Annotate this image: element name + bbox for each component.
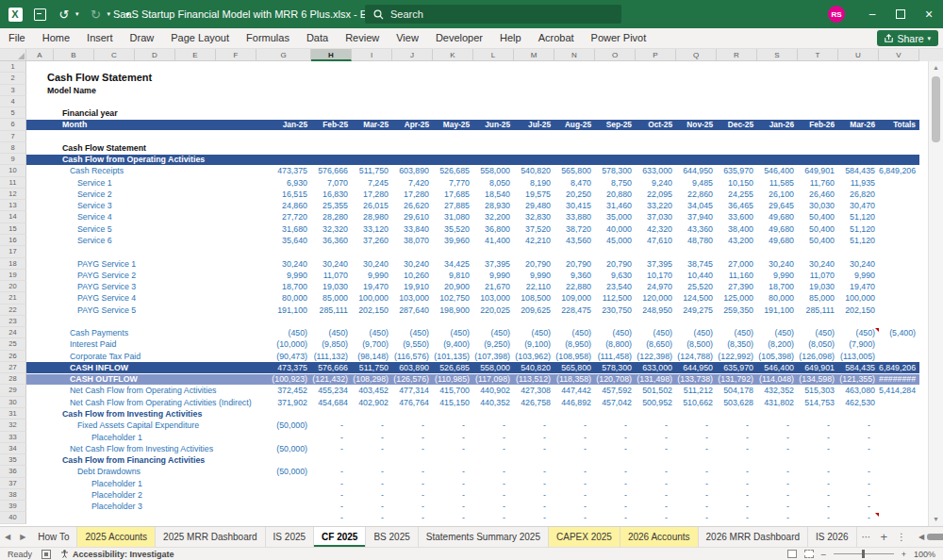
cell[interactable]: 446,892: [554, 397, 595, 408]
cell[interactable]: 16,515: [256, 189, 311, 200]
cell[interactable]: -: [352, 420, 392, 431]
cell[interactable]: -: [554, 466, 595, 477]
zoom-in-icon[interactable]: +: [902, 550, 906, 559]
cell[interactable]: (131,792): [717, 373, 757, 385]
cell[interactable]: 29,610: [392, 211, 433, 222]
tab-splitter-icon[interactable]: ⋮: [892, 527, 911, 547]
column-header-R[interactable]: R: [717, 49, 757, 61]
cell[interactable]: -: [838, 432, 879, 443]
cell[interactable]: [879, 512, 919, 523]
macro-record-icon[interactable]: [41, 550, 51, 559]
cell[interactable]: (122,398): [636, 351, 676, 362]
row-header[interactable]: 24: [0, 327, 26, 338]
cell[interactable]: Nov-25: [676, 119, 717, 130]
row-header[interactable]: 18: [0, 258, 26, 270]
cell[interactable]: (450): [514, 327, 554, 338]
cell[interactable]: [879, 443, 919, 454]
cell[interactable]: [256, 432, 311, 443]
cell[interactable]: (120,708): [595, 373, 636, 385]
cell[interactable]: -: [352, 489, 392, 501]
row-header[interactable]: 38: [0, 489, 26, 501]
cell[interactable]: 9,485: [676, 177, 717, 189]
cell[interactable]: -: [757, 478, 798, 489]
cell[interactable]: 30,470: [838, 200, 879, 211]
cell[interactable]: 35,520: [433, 223, 473, 235]
cell[interactable]: May-25: [433, 119, 473, 130]
cell[interactable]: -: [311, 478, 352, 489]
cell[interactable]: -: [433, 443, 473, 454]
cell[interactable]: 19,575: [514, 189, 554, 200]
row-header[interactable]: 17: [0, 246, 26, 257]
cell[interactable]: (450): [636, 327, 676, 338]
cell[interactable]: 431,802: [757, 397, 798, 408]
cell[interactable]: 31,460: [595, 200, 636, 211]
cell[interactable]: 24,970: [636, 281, 676, 292]
cell[interactable]: 26,820: [838, 189, 879, 200]
cell[interactable]: Sep-25: [595, 119, 636, 130]
cell[interactable]: 30,240: [392, 258, 433, 270]
save-icon[interactable]: [32, 7, 47, 22]
cell[interactable]: 21,670: [473, 281, 514, 292]
cell[interactable]: 476,764: [392, 397, 433, 408]
cell[interactable]: 19,030: [798, 281, 838, 292]
cell[interactable]: 103,000: [473, 292, 514, 304]
cell[interactable]: (50,000): [256, 443, 311, 454]
cell[interactable]: 500,952: [636, 397, 676, 408]
cell[interactable]: 19,470: [838, 281, 879, 292]
cell[interactable]: 49,680: [757, 211, 798, 222]
cell[interactable]: 43,200: [717, 235, 757, 246]
cell[interactable]: 100,000: [838, 292, 879, 304]
cell[interactable]: -: [838, 501, 879, 512]
page-break-view-icon[interactable]: [804, 550, 814, 558]
redo-icon[interactable]: ↻: [89, 7, 104, 22]
cell[interactable]: Aug-25: [554, 119, 595, 130]
cell[interactable]: (450): [311, 327, 352, 338]
cell[interactable]: 39,960: [433, 235, 473, 246]
row-header[interactable]: 8: [0, 142, 26, 154]
cell[interactable]: 30,030: [798, 200, 838, 211]
cell[interactable]: 457,592: [595, 385, 636, 396]
cell[interactable]: 8,750: [595, 177, 636, 189]
cell[interactable]: 8,050: [473, 177, 514, 189]
cell[interactable]: 644,950: [676, 362, 717, 373]
cell[interactable]: (450): [595, 327, 636, 338]
cell[interactable]: 7,245: [352, 177, 392, 189]
cell[interactable]: 25,355: [311, 200, 352, 211]
cell[interactable]: -: [676, 443, 717, 454]
cell[interactable]: 457,042: [595, 397, 636, 408]
scroll-up-icon[interactable]: ▲: [929, 61, 943, 74]
cell[interactable]: [879, 211, 919, 222]
cell[interactable]: 402,902: [352, 397, 392, 408]
column-header-B[interactable]: B: [54, 49, 94, 61]
ribbon-tab-help[interactable]: Help: [491, 28, 530, 48]
cell[interactable]: 9,990: [514, 270, 554, 281]
row-header[interactable]: 13: [0, 200, 26, 211]
cell[interactable]: -: [473, 478, 514, 489]
row-header[interactable]: 25: [0, 338, 26, 350]
cell[interactable]: -: [433, 466, 473, 477]
cell[interactable]: -: [595, 512, 636, 523]
cell[interactable]: 36,800: [473, 223, 514, 235]
column-header-I[interactable]: I: [352, 49, 392, 61]
cell[interactable]: (116,576): [392, 351, 433, 362]
cell[interactable]: 37,260: [352, 235, 392, 246]
cell[interactable]: Apr-25: [392, 119, 433, 130]
cell[interactable]: 24,860: [256, 200, 311, 211]
cell[interactable]: 85,000: [311, 292, 352, 304]
cell[interactable]: Mar-25: [352, 119, 392, 130]
cell[interactable]: (105,398): [757, 351, 798, 362]
cell[interactable]: 20,790: [554, 258, 595, 270]
cell[interactable]: [879, 397, 919, 408]
cell[interactable]: 501,502: [636, 385, 676, 396]
cell[interactable]: ########: [879, 373, 919, 385]
row-header[interactable]: 31: [0, 408, 26, 420]
select-all-corner[interactable]: [0, 49, 26, 61]
cell[interactable]: -: [757, 420, 798, 431]
cell[interactable]: 514,753: [798, 397, 838, 408]
cell[interactable]: 9,990: [352, 270, 392, 281]
cell[interactable]: 10,170: [636, 270, 676, 281]
cell[interactable]: -: [595, 443, 636, 454]
cell[interactable]: 50,400: [798, 235, 838, 246]
cell[interactable]: 546,400: [757, 362, 798, 373]
cell[interactable]: 447,442: [554, 385, 595, 396]
